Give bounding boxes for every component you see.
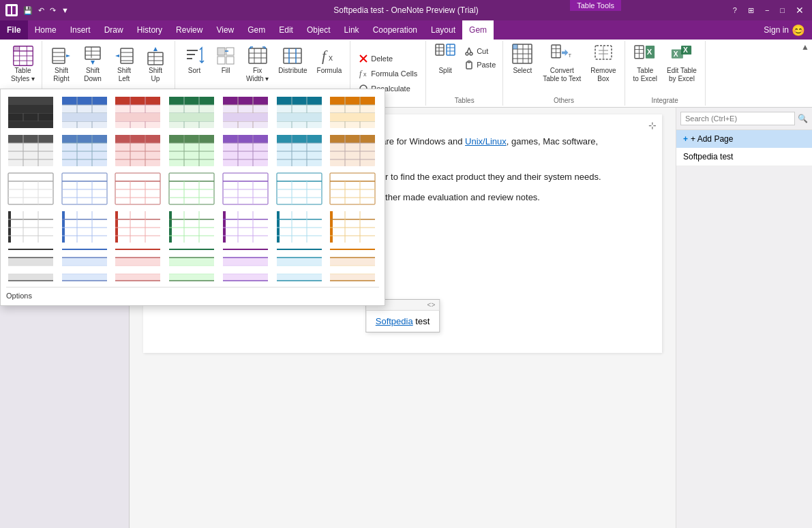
style-item[interactable] (60, 209, 109, 245)
delete-button[interactable]: Delete (356, 52, 420, 65)
style-item[interactable] (275, 209, 324, 245)
style-item[interactable] (60, 171, 109, 206)
style-item[interactable] (275, 247, 324, 283)
menu-file[interactable]: File (0, 20, 28, 40)
edit-table-by-excel-button[interactable]: X X Edit Tableby Excel (663, 42, 701, 86)
expand-btn[interactable]: ⊹ (648, 120, 657, 131)
close-btn[interactable]: ✕ (793, 3, 807, 17)
style-item[interactable] (328, 171, 377, 206)
svg-rect-125 (223, 97, 268, 105)
style-item[interactable] (60, 95, 109, 130)
menu-review[interactable]: Review (169, 20, 209, 40)
paste-button[interactable]: Paste (462, 59, 498, 71)
style-item[interactable] (328, 247, 377, 283)
style-item[interactable] (221, 247, 270, 283)
help-btn[interactable]: ? (730, 5, 740, 16)
svg-rect-31 (226, 57, 234, 64)
svg-rect-306 (115, 274, 160, 281)
remove-box-button[interactable]: RemoveBox (586, 42, 620, 86)
style-item[interactable] (167, 171, 216, 206)
menu-draw[interactable]: Draw (97, 20, 130, 40)
split-button[interactable]: Split (430, 42, 460, 78)
menu-home[interactable]: Home (28, 20, 63, 40)
menu-view[interactable]: View (209, 20, 241, 40)
svg-rect-260 (169, 211, 214, 243)
redo-btn[interactable]: ↷ (48, 5, 57, 16)
settings-btn[interactable]: ⊞ (745, 5, 757, 16)
svg-rect-233 (330, 173, 375, 204)
style-item[interactable] (328, 209, 377, 245)
style-item[interactable] (113, 171, 162, 206)
menu-history[interactable]: History (130, 20, 169, 40)
shift-right-button[interactable]: ShiftRight (46, 42, 76, 86)
ribbon-collapse-btn[interactable]: ▲ (801, 42, 809, 52)
style-item[interactable] (167, 133, 216, 168)
table-to-excel-button[interactable]: X Tableto Excel (629, 42, 662, 86)
style-item[interactable] (113, 95, 162, 130)
formula-cells-button[interactable]: fx Formula Cells (356, 67, 420, 80)
svg-rect-322 (223, 274, 268, 281)
menu-gem1[interactable]: Gem (241, 20, 272, 40)
fill-button[interactable]: Fill (211, 42, 241, 78)
style-item[interactable] (60, 247, 109, 283)
select-button[interactable]: Select (507, 42, 537, 78)
sort-button[interactable]: Sort (179, 42, 209, 78)
shift-down-button[interactable]: ShiftDown (78, 42, 108, 86)
style-item[interactable] (6, 133, 55, 168)
distribute-button[interactable]: Distribute (274, 42, 311, 78)
style-item[interactable] (167, 209, 216, 245)
style-item[interactable] (60, 133, 109, 168)
style-item[interactable] (6, 209, 55, 245)
menu-object[interactable]: Object (300, 20, 337, 40)
menu-layout[interactable]: Layout (424, 20, 462, 40)
style-item[interactable] (328, 95, 377, 130)
table-styles-button[interactable]: TableStyles ▾ (7, 42, 39, 86)
menu-cooperation[interactable]: Cooperation (366, 20, 424, 40)
style-item[interactable] (113, 209, 162, 245)
customize-btn[interactable]: ▼ (60, 5, 70, 16)
style-item[interactable] (275, 171, 324, 206)
style-item[interactable] (6, 247, 55, 283)
style-item[interactable] (6, 95, 55, 130)
shift-up-button[interactable]: ShiftUp (140, 42, 170, 86)
svg-rect-8 (13, 46, 19, 51)
menu-gem-active[interactable]: Gem (462, 20, 494, 40)
menu-edit[interactable]: Edit (272, 20, 300, 40)
fix-width-button[interactable]: FixWidth ▾ (242, 42, 273, 86)
svg-rect-297 (62, 258, 107, 266)
add-page-btn[interactable]: + + Add Page (676, 130, 812, 148)
style-item[interactable] (167, 95, 216, 130)
options-link[interactable]: Options (6, 287, 379, 300)
style-item[interactable] (275, 95, 324, 130)
style-item[interactable] (6, 171, 55, 206)
svg-rect-275 (277, 211, 280, 243)
style-item[interactable] (221, 133, 270, 168)
style-item[interactable] (221, 171, 270, 206)
style-item[interactable] (328, 133, 377, 168)
unix-link[interactable]: Unix/Linux (465, 136, 507, 146)
minimize-btn[interactable]: − (762, 5, 772, 16)
formula-button[interactable]: f x Formula (313, 42, 346, 78)
style-item[interactable] (113, 133, 162, 168)
style-item[interactable] (167, 247, 216, 283)
style-item[interactable] (221, 95, 270, 130)
sign-in[interactable]: Sign in 😊 (757, 20, 812, 40)
undo-btn[interactable]: ↶ (37, 5, 46, 16)
svg-rect-96 (23, 97, 38, 105)
svg-rect-314 (169, 274, 214, 281)
style-item[interactable] (221, 209, 270, 245)
svg-rect-109 (115, 97, 160, 105)
style-item[interactable] (113, 247, 162, 283)
sidebar-search-input[interactable] (680, 112, 795, 125)
style-item[interactable] (275, 133, 324, 168)
convert-button[interactable]: T ConvertTable to Text (539, 42, 585, 86)
menu-insert[interactable]: Insert (63, 20, 97, 40)
maximize-btn[interactable]: □ (777, 5, 787, 16)
svg-text:x: x (363, 71, 367, 78)
svg-rect-123 (169, 113, 214, 121)
save-btn[interactable]: 💾 (22, 5, 34, 16)
cut-button[interactable]: Cut (462, 45, 498, 57)
menu-link[interactable]: Link (337, 20, 366, 40)
shift-left-button[interactable]: ShiftLeft (109, 42, 139, 86)
page-item-softpedia[interactable]: Softpedia test (676, 148, 812, 166)
